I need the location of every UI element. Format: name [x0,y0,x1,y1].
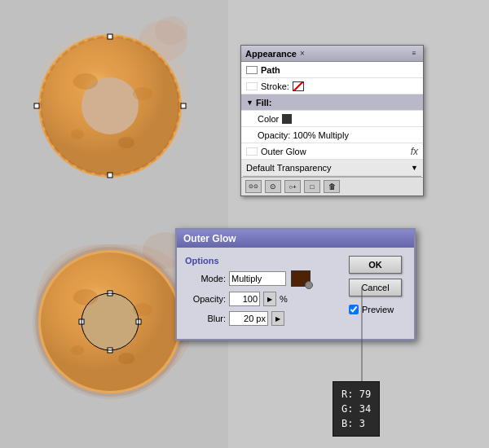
mode-row: Mode: Multiply [185,270,342,287]
blur-field-row: Blur: ▶ [185,311,342,326]
dialog-left: Options Mode: Multiply Opacity: [185,256,342,331]
donut-top [16,16,204,195]
opacity-label: Opacity: 100% Multiply [258,130,349,140]
svg-point-4 [73,73,98,90]
expand-icon: ▼ [411,164,418,172]
svg-point-7 [71,130,84,139]
glow-color-swatch[interactable] [291,270,311,287]
outer-glow-label: Outer Glow [261,147,306,156]
color-tooltip: R: 79 G: 34 B: 3 [333,381,380,437]
stroke-swatch[interactable] [293,81,304,91]
g-label: G: [341,403,353,415]
svg-point-6 [118,137,134,148]
default-transparency-label: Default Transparency [246,163,332,173]
preview-row: Preview [349,305,406,314]
color-label: Color [258,114,279,124]
opacity-row: Opacity: 100% Multiply [241,127,423,143]
preview-label: Preview [362,305,394,314]
color-g-row: G: 34 [341,402,371,416]
panel-bottom-bar: ⊙⊙ ⊙ ○+ □ 🗑 [241,177,423,195]
preview-checkbox[interactable] [349,305,359,314]
outer-glow-visibility[interactable] [246,147,258,156]
r-label: R: [341,389,353,400]
opacity-input[interactable] [229,292,260,306]
mode-label: Mode: [185,274,226,283]
close-icon[interactable]: × [300,49,305,58]
options-label: Options [185,256,342,266]
color-b-row: B: 3 [341,416,371,431]
color-swatch[interactable] [282,114,292,124]
opacity-arrow[interactable]: ▶ [263,292,276,306]
stroke-visibility-icon[interactable] [246,82,258,90]
b-label: B: [341,418,353,429]
svg-point-20 [71,345,84,355]
b-value: 3 [359,418,365,429]
panel-titlebar: Appearance × ≡ [241,46,423,62]
dialog-body: Options Mode: Multiply Opacity: [177,248,414,339]
path-label: Path [261,65,280,75]
path-row: Path [241,62,423,78]
fill-label: Fill: [256,98,272,108]
panel-menu-icon[interactable]: ≡ [409,49,419,59]
mode-dropdown-wrapper: Multiply [229,271,286,286]
default-transparency-row: Default Transparency ▼ [241,160,423,176]
svg-point-17 [73,289,98,305]
svg-rect-11 [181,103,186,108]
bottom-btn-delete[interactable]: 🗑 [324,180,340,193]
fill-triangle: ▼ [246,99,253,107]
outer-glow-dialog: Outer Glow Options Mode: Multiply [175,228,416,340]
blur-label: Blur: [185,314,226,323]
bottom-btn-1[interactable]: ⊙⊙ [245,180,262,193]
panel-title: Appearance [245,49,297,59]
opacity-unit: % [280,294,288,304]
svg-rect-8 [108,34,112,39]
fx-icon: fx [411,146,418,157]
mode-dropdown[interactable]: Multiply [229,271,286,286]
svg-point-5 [133,87,152,100]
dialog-right: OK Cancel Preview [349,256,406,331]
bottom-btn-3[interactable]: ○+ [284,180,301,193]
stroke-label: Stroke: [261,81,289,91]
color-r-row: R: 79 [341,387,371,402]
color-row: Color [241,111,423,127]
svg-point-19 [118,353,134,364]
ok-button[interactable]: OK [349,256,402,274]
stroke-row: Stroke: [241,78,423,94]
bottom-btn-2[interactable]: ⊙ [265,180,281,193]
opacity-field-row: Opacity: ▶ % [185,292,342,306]
r-value: 79 [359,389,371,400]
dialog-title: Outer Glow [183,233,236,244]
blur-input[interactable] [229,311,268,326]
opacity-field-label: Opacity: [185,294,226,304]
appearance-panel: Appearance × ≡ Path Stroke: ▼ Fill: Colo… [240,45,424,196]
blur-arrow[interactable]: ▶ [271,311,284,326]
bottom-btn-4[interactable]: □ [304,180,320,193]
fill-row: ▼ Fill: [241,94,423,111]
visibility-icon[interactable] [246,66,258,74]
svg-rect-10 [34,103,39,108]
cancel-button[interactable]: Cancel [349,279,402,296]
appearance-body: Path Stroke: ▼ Fill: Color Opacity: 100%… [241,62,423,195]
svg-rect-9 [108,173,112,178]
g-value: 34 [359,403,371,415]
dialog-titlebar: Outer Glow [177,230,414,248]
outer-glow-row[interactable]: Outer Glow fx [241,143,423,160]
